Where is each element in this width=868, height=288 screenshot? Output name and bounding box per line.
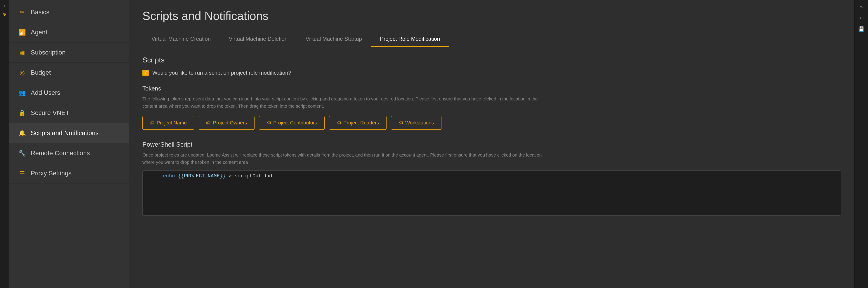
- powershell-description: Once project roles are updated, Loome As…: [143, 151, 549, 166]
- tag-icon-project-owners: 🏷: [206, 120, 211, 125]
- sidebar-label-add-users: Add Users: [31, 89, 60, 96]
- sidebar-item-remote-connections[interactable]: 🔧 Remote Connections: [9, 143, 129, 163]
- token-label-project-contributors: Project Contributors: [273, 120, 317, 126]
- main-content: Scripts and Notifications Virtual Machin…: [129, 0, 855, 288]
- sidebar-item-subscription[interactable]: ▦ Subscription: [9, 42, 129, 63]
- sidebar-item-agent[interactable]: 📶 Agent: [9, 22, 129, 42]
- tag-icon-project-readers: 🏷: [337, 120, 341, 125]
- chevron-right-icon[interactable]: ›: [4, 4, 5, 8]
- back-icon[interactable]: ↩: [860, 15, 864, 21]
- sidebar-item-scripts-notifications[interactable]: 🔔 Scripts and Notifications: [9, 123, 129, 143]
- powershell-title: PowerShell Script: [143, 141, 841, 148]
- circle-plus-icon[interactable]: ⊕: [3, 12, 6, 16]
- token-btn-workstations[interactable]: 🏷 Workstations: [391, 116, 441, 129]
- token-btn-project-owners[interactable]: 🏷 Project Owners: [199, 116, 254, 129]
- code-token-project-name: {{PROJECT_NAME}}: [178, 173, 225, 179]
- code-content-1: echo {{PROJECT_NAME}} > scriptOut.txt: [163, 173, 274, 179]
- token-label-workstations: Workstations: [405, 120, 434, 126]
- token-btn-project-name[interactable]: 🏷 Project Name: [143, 116, 194, 129]
- subscription-icon: ▦: [18, 49, 26, 56]
- token-btn-project-readers[interactable]: 🏷 Project Readers: [329, 116, 386, 129]
- save-icon[interactable]: 💾: [858, 26, 864, 32]
- tag-icon-project-name: 🏷: [150, 120, 154, 125]
- tab-vm-creation[interactable]: Virtual Machine Creation: [143, 32, 220, 47]
- run-script-label: Would you like to run a script on projec…: [152, 70, 291, 76]
- sidebar-label-secure-vnet: Secure VNET: [31, 109, 69, 116]
- sidebar-label-basics: Basics: [31, 8, 49, 16]
- sidebar-label-proxy-settings: Proxy Settings: [31, 170, 72, 177]
- sidebar-label-scripts-notifications: Scripts and Notifications: [31, 129, 98, 137]
- tokens-description: The following tokens represent data that…: [143, 95, 549, 110]
- lock-icon: 🔒: [18, 110, 26, 116]
- tab-bar: Virtual Machine Creation Virtual Machine…: [143, 32, 841, 47]
- code-operator-redirect: > scriptOut.txt: [228, 173, 273, 179]
- scripts-section-title: Scripts: [143, 56, 841, 64]
- tokens-title: Tokens: [143, 85, 841, 92]
- tab-project-role-mod[interactable]: Project Role Modification: [371, 32, 449, 47]
- users-icon: 👥: [18, 89, 26, 96]
- wrench-icon: 🔧: [18, 150, 26, 157]
- sidebar: ✏ Basics 📶 Agent ▦ Subscription ◎ Budget…: [9, 0, 129, 288]
- budget-icon: ◎: [18, 69, 26, 76]
- page-title: Scripts and Notifications: [143, 9, 841, 23]
- token-label-project-name: Project Name: [157, 120, 187, 126]
- code-editor[interactable]: 1 echo {{PROJECT_NAME}} > scriptOut.txt: [143, 170, 841, 215]
- tab-vm-startup[interactable]: Virtual Machine Startup: [297, 32, 371, 47]
- sidebar-label-subscription: Subscription: [31, 49, 66, 56]
- sidebar-item-add-users[interactable]: 👥 Add Users: [9, 83, 129, 103]
- script-checkbox-row: Would you like to run a script on projec…: [143, 70, 841, 76]
- pencil-icon: ✏: [18, 9, 26, 16]
- tag-icon-workstations: 🏷: [399, 120, 403, 125]
- sidebar-label-remote-connections: Remote Connections: [31, 149, 90, 157]
- tab-vm-deletion[interactable]: Virtual Machine Deletion: [220, 32, 297, 47]
- tag-icon-project-contributors: 🏷: [267, 120, 271, 125]
- collapse-icon[interactable]: «: [860, 4, 863, 9]
- sidebar-item-basics[interactable]: ✏ Basics: [9, 2, 129, 22]
- agent-icon: 📶: [18, 29, 26, 36]
- bell-icon: 🔔: [18, 129, 26, 137]
- line-number-1: 1: [147, 174, 156, 179]
- sidebar-item-secure-vnet[interactable]: 🔒 Secure VNET: [9, 103, 129, 123]
- left-edge-panel: › ⊕: [0, 0, 9, 288]
- list-icon: ☰: [18, 170, 26, 177]
- token-label-project-owners: Project Owners: [213, 120, 247, 126]
- sidebar-label-budget: Budget: [31, 69, 51, 76]
- code-keyword-echo: echo: [163, 173, 175, 179]
- sidebar-label-agent: Agent: [31, 29, 47, 36]
- token-label-project-readers: Project Readers: [343, 120, 379, 126]
- token-btn-project-contributors[interactable]: 🏷 Project Contributors: [259, 116, 324, 129]
- sidebar-item-proxy-settings[interactable]: ☰ Proxy Settings: [9, 163, 129, 183]
- sidebar-item-budget[interactable]: ◎ Budget: [9, 63, 129, 83]
- token-buttons-container: 🏷 Project Name 🏷 Project Owners 🏷 Projec…: [143, 116, 841, 129]
- right-edge-panel: « ↩ 💾: [855, 0, 868, 288]
- run-script-checkbox[interactable]: [143, 70, 149, 76]
- code-line-1: 1 echo {{PROJECT_NAME}} > scriptOut.txt: [143, 171, 841, 182]
